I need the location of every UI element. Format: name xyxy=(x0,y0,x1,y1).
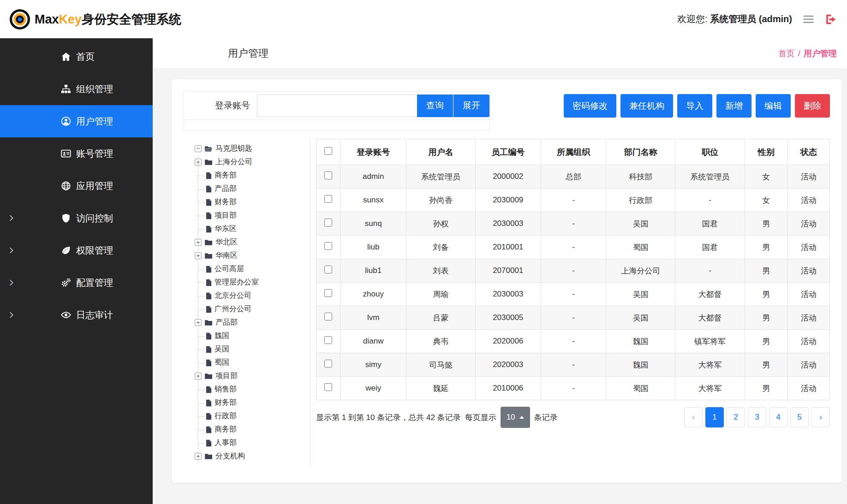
tree-expand-toggle[interactable]: + xyxy=(195,373,202,379)
row-checkbox[interactable] xyxy=(324,360,332,368)
row-checkbox[interactable] xyxy=(324,195,332,203)
tree-node[interactable]: 吴国 xyxy=(198,343,310,356)
cell: weiy xyxy=(340,377,406,400)
gears-icon xyxy=(61,278,71,288)
table-row[interactable]: sunq孙权2030003-吴国国君男活动 xyxy=(316,212,830,236)
tree-node[interactable]: 销售部 xyxy=(198,383,310,396)
cell: 2030003 xyxy=(475,283,541,306)
add-button[interactable]: 新增 xyxy=(716,94,752,118)
row-checkbox[interactable] xyxy=(324,313,332,320)
tree-node-label: 魏国 xyxy=(215,331,229,341)
tree-node[interactable]: 财务部 xyxy=(198,396,310,409)
edit-button[interactable]: 编辑 xyxy=(756,94,791,118)
select-all-checkbox[interactable] xyxy=(324,147,332,155)
table-row[interactable]: zhouy周瑜2030003-吴国大都督男活动 xyxy=(316,283,830,306)
tree-node[interactable]: +华北区 xyxy=(198,236,310,249)
page-button-1[interactable]: 1 xyxy=(705,407,724,427)
page-button-3[interactable]: 3 xyxy=(748,407,766,427)
org-tree: −马克思钥匙+上海分公司商务部产品部财务部项目部华东区+华北区+华南区公司高层管… xyxy=(184,139,310,465)
sidebar-item-access-control[interactable]: 访问控制 xyxy=(0,202,153,234)
row-checkbox[interactable] xyxy=(324,289,332,297)
tree-node[interactable]: 北京分公司 xyxy=(198,289,310,302)
tree-node[interactable]: 产品部 xyxy=(198,182,310,196)
tree-node[interactable]: 行政部 xyxy=(198,409,310,423)
page-size-dropdown[interactable]: 10 xyxy=(501,407,530,428)
tree-expand-toggle[interactable]: + xyxy=(195,159,202,166)
tree-node[interactable]: +产品部 xyxy=(198,316,310,329)
tree-node[interactable]: 蜀国 xyxy=(198,356,310,369)
tree-expand-toggle[interactable]: + xyxy=(195,239,202,246)
concurrent-org-button[interactable]: 兼任机构 xyxy=(620,94,673,118)
cell: 吴国 xyxy=(606,212,675,236)
tree-expand-toggle[interactable]: + xyxy=(195,453,202,460)
column-header: 状态 xyxy=(787,139,829,165)
sidebar-item-config[interactable]: 配置管理 xyxy=(0,267,153,299)
tree-node-label: 商务部 xyxy=(215,425,237,434)
table-row[interactable]: weiy魏延2010006-蜀国大将军男活动 xyxy=(316,377,830,400)
tree-root-node[interactable]: −马克思钥匙 xyxy=(195,142,310,155)
tree-node[interactable]: 人事部 xyxy=(198,436,310,450)
expand-button[interactable]: 展开 xyxy=(453,95,489,117)
cell: 2000002 xyxy=(475,165,541,189)
page-next-button[interactable]: › xyxy=(811,407,830,427)
breadcrumb-home-link[interactable]: 首页 xyxy=(778,48,795,59)
cell: 吴国 xyxy=(606,283,675,306)
row-checkbox[interactable] xyxy=(324,336,332,344)
import-button[interactable]: 导入 xyxy=(677,94,712,118)
table-row[interactable]: dianw典韦2020006-魏国镇军将军男活动 xyxy=(316,330,830,353)
record-range-text: 显示第 1 到第 10 条记录，总共 42 条记录 xyxy=(316,412,461,423)
tree-collapse-toggle[interactable]: − xyxy=(195,145,202,152)
sidebar-item-audit[interactable]: 日志审计 xyxy=(0,299,153,331)
menu-toggle-icon[interactable] xyxy=(802,13,815,25)
row-checkbox[interactable] xyxy=(324,266,332,273)
logout-icon[interactable] xyxy=(825,13,837,25)
table-row[interactable]: sunsx孙尚香2030009-行政部-女活动 xyxy=(316,189,830,212)
tree-node[interactable]: 华东区 xyxy=(198,222,310,236)
sidebar-item-org[interactable]: 组织管理 xyxy=(0,73,153,105)
eye-icon xyxy=(61,310,71,320)
page-button-2[interactable]: 2 xyxy=(727,407,745,427)
tree-node[interactable]: 广州分公司 xyxy=(198,302,310,316)
tree-node[interactable]: 管理层办公室 xyxy=(198,276,310,289)
sidebar-item-apps[interactable]: 应用管理 xyxy=(0,170,153,202)
column-header: 部门名称 xyxy=(606,139,675,165)
row-checkbox[interactable] xyxy=(324,219,332,226)
tree-node-label: 管理层办公室 xyxy=(215,278,259,287)
row-checkbox[interactable] xyxy=(324,242,332,250)
tree-node[interactable]: 项目部 xyxy=(198,209,310,222)
tree-node[interactable]: 商务部 xyxy=(198,169,310,182)
table-row[interactable]: liub1刘表2070001-上海分公司-男活动 xyxy=(316,259,830,283)
tree-node[interactable]: +上海分公司 xyxy=(198,155,310,169)
page-prev-button[interactable]: ‹ xyxy=(684,407,703,427)
table-row[interactable]: lvm吕蒙2030005-吴国大都督男活动 xyxy=(316,306,830,330)
table-row[interactable]: admin系统管理员2000002总部科技部系统管理员女活动 xyxy=(316,165,830,189)
sidebar-item-home[interactable]: 首页 xyxy=(0,41,153,73)
page-button-4[interactable]: 4 xyxy=(769,407,787,427)
tree-expand-toggle[interactable]: + xyxy=(195,319,202,326)
table-header-row: 登录账号用户名员工编号所属组织部门名称职位性别状态 xyxy=(316,139,830,165)
password-modify-button[interactable]: 密码修改 xyxy=(564,94,616,118)
cell: 男 xyxy=(745,330,787,353)
tree-node[interactable]: 魏国 xyxy=(198,329,310,343)
sidebar-item-users[interactable]: 用户管理 xyxy=(0,105,153,137)
tree-node[interactable]: 财务部 xyxy=(198,196,310,209)
tree-node-label: 广州分公司 xyxy=(215,304,251,314)
cell: 大将军 xyxy=(675,377,745,400)
tree-node[interactable]: +项目部 xyxy=(198,369,310,383)
row-checkbox[interactable] xyxy=(324,172,332,179)
tree-node[interactable]: +华南区 xyxy=(198,249,310,262)
sidebar-item-permissions[interactable]: 权限管理 xyxy=(0,234,153,267)
sidebar-item-label: 用户管理 xyxy=(76,115,113,128)
page-button-5[interactable]: 5 xyxy=(790,407,809,427)
table-row[interactable]: liub刘备2010001-蜀国国君男活动 xyxy=(316,236,830,259)
delete-button[interactable]: 删除 xyxy=(795,94,830,118)
sidebar-item-accounts[interactable]: 账号管理 xyxy=(0,137,153,170)
login-account-input[interactable] xyxy=(257,95,417,117)
query-button[interactable]: 查询 xyxy=(417,95,453,117)
tree-node[interactable]: 商务部 xyxy=(198,423,310,436)
table-row[interactable]: simy司马懿2020003-魏国大将军男活动 xyxy=(316,353,830,377)
tree-node[interactable]: +分支机构 xyxy=(198,450,310,463)
tree-expand-toggle[interactable]: + xyxy=(195,252,202,259)
row-checkbox[interactable] xyxy=(324,383,332,391)
tree-node[interactable]: 公司高层 xyxy=(198,262,310,276)
